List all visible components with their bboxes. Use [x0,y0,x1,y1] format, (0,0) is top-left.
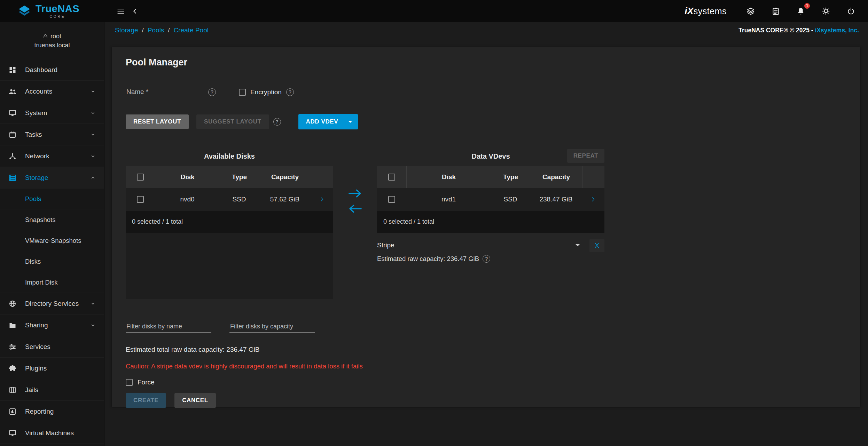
sidebar-item-services[interactable]: Services [0,336,104,358]
sidebar-item-sharing[interactable]: Sharing [0,314,104,336]
row-expand-chevron-icon[interactable] [590,196,597,203]
sidebar-subitem-pools[interactable]: Pools [0,189,104,209]
data-vdevs-title: Data VDevs [471,152,510,160]
row-checkbox[interactable] [388,196,395,203]
bar-chart-icon [8,407,17,416]
boot-environments-button[interactable] [743,4,758,18]
copyright-text: TrueNAS CORE® © 2025 - iXsystems, Inc. [738,27,859,34]
ixsystems-logo[interactable]: iX systems [685,6,727,17]
sidebar-item-jails[interactable]: Jails [0,379,104,401]
clipboard-icon [771,7,780,16]
move-left-arrow-icon[interactable] [348,204,362,214]
task-manager-button[interactable] [768,4,783,18]
data-vdev-row[interactable]: nvd1 SSD 238.47 GiB [377,188,604,211]
breadcrumb-create-pool[interactable]: Create Pool [174,26,209,34]
repeat-button[interactable]: REPEAT [567,149,604,163]
available-disk-row[interactable]: nvd0 SSD 57.62 GiB [126,188,333,211]
select-all-checkbox[interactable] [137,174,144,181]
disk-type: SSD [491,188,530,211]
truenas-logo[interactable]: TrueNAS CORE [0,4,104,18]
add-vdev-label: ADD VDEV [306,118,338,125]
chevron-up-icon [89,174,96,181]
cancel-button[interactable]: CANCEL [174,393,216,408]
sidebar-item-label: Tasks [25,131,89,138]
force-checkbox[interactable] [126,379,133,386]
available-disks-dropzone[interactable]: Disk Type Capacity nvd0 SSD 57.62 GiB [126,166,333,299]
breadcrumb-separator: / [168,26,170,34]
sidebar-subitem-label: VMware-Snapshots [25,237,81,245]
lock-icon [43,34,48,39]
ixsystems-link[interactable]: iXsystems, Inc. [815,27,859,34]
column-capacity: Capacity [530,166,582,188]
breadcrumb-storage[interactable]: Storage [115,26,138,34]
available-disks-zone: Available Disks Disk Type Capacity [126,150,333,299]
sidebar-subitem-label: Pools [25,195,41,203]
topbar: TrueNAS CORE iX systems [0,0,868,22]
puzzle-icon [8,364,17,373]
estimated-raw-capacity: Estimated raw capacity: 236.47 GiB [377,255,479,263]
sidebar-item-plugins[interactable]: Plugins [0,358,104,379]
power-button[interactable] [844,4,858,18]
hamburger-menu-button[interactable] [114,4,128,18]
sidebar-item-virtual-machines[interactable]: Virtual Machines [0,422,104,444]
ixsystems-text: systems [694,6,727,16]
create-button[interactable]: CREATE [126,393,166,408]
sidebar-item-label: Storage [25,174,89,182]
layout-help-icon[interactable]: ? [273,118,281,126]
sidebar: root truenas.local Dashboard Accounts [0,22,104,446]
breadcrumb-separator: / [142,26,144,34]
sidebar-subitem-snapshots[interactable]: Snapshots [0,209,104,230]
row-expand-chevron-icon[interactable] [319,196,326,203]
back-button[interactable] [128,4,142,18]
people-icon [8,87,17,96]
vdev-type-select[interactable]: Stripe [377,241,580,250]
sidebar-item-label: Plugins [25,365,96,372]
sidebar-item-label: System [25,109,89,117]
sidebar-item-network[interactable]: Network [0,145,104,167]
row-checkbox[interactable] [137,196,144,203]
sidebar-item-storage[interactable]: Storage [0,167,104,189]
encryption-checkbox[interactable] [239,89,246,96]
move-right-arrow-icon[interactable] [348,189,362,198]
sidebar-item-label: Virtual Machines [25,429,96,437]
chevron-down-icon [89,153,96,160]
disk-capacity: 238.47 GiB [530,188,582,211]
add-vdev-button[interactable]: ADD VDEV [298,114,358,129]
sliders-icon [8,343,17,351]
filter-by-capacity-input[interactable] [229,321,315,333]
name-help-icon[interactable]: ? [208,88,216,96]
data-vdevs-header: Disk Type Capacity [377,166,604,188]
column-type: Type [491,166,530,188]
sidebar-item-reporting[interactable]: Reporting [0,401,104,422]
reset-layout-button[interactable]: RESET LAYOUT [126,114,189,129]
sidebar-item-system[interactable]: System [0,102,104,124]
page-title: Pool Manager [126,57,846,68]
sidebar-item-directory-services[interactable]: Directory Services [0,293,104,314]
data-vdevs-zone: Data VDevs REPEAT Disk Type Capacity [377,150,604,263]
settings-button[interactable] [819,4,833,18]
notifications-button[interactable]: 1 [793,4,808,18]
chevron-down-icon [89,88,96,95]
disk-type: SSD [220,188,259,211]
transfer-arrows [333,150,377,214]
sidebar-item-accounts[interactable]: Accounts [0,81,104,102]
dashboard-icon [8,66,17,74]
jail-icon [8,386,17,394]
breadcrumb-pools[interactable]: Pools [148,26,164,34]
filter-by-name-input[interactable] [126,321,211,333]
remove-vdev-button[interactable]: X [589,239,604,252]
select-all-checkbox[interactable] [388,174,395,181]
sidebar-item-tasks[interactable]: Tasks [0,124,104,145]
sidebar-subitem-vmware-snapshots[interactable]: VMware-Snapshots [0,230,104,251]
display-icon [8,109,17,117]
sidebar-subitem-import-disk[interactable]: Import Disk [0,272,104,293]
sidebar-item-dashboard[interactable]: Dashboard [0,59,104,81]
calendar-icon [8,130,17,139]
suggest-layout-button[interactable]: SUGGEST LAYOUT [196,114,269,129]
data-vdevs-dropzone[interactable]: Disk Type Capacity nvd1 SSD 238.47 GiB [377,166,604,233]
raw-capacity-help-icon[interactable]: ? [483,255,490,263]
pool-name-input[interactable] [126,86,204,98]
encryption-help-icon[interactable]: ? [286,88,294,96]
sidebar-subitem-disks[interactable]: Disks [0,251,104,272]
ixsystems-mark: iX [685,6,694,17]
